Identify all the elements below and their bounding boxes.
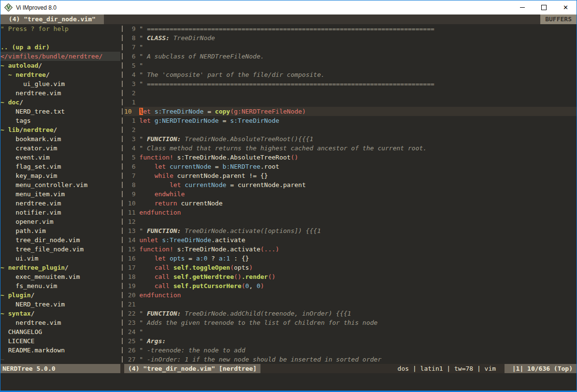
token: notifier.vim bbox=[0, 209, 61, 216]
nerdtree-line[interactable]: menu_controller.vim bbox=[0, 180, 120, 189]
nerdtree-line[interactable]: NERD_tree.vim bbox=[0, 300, 120, 309]
nerdtree-line[interactable]: LICENCE bbox=[0, 336, 120, 346]
editor-line[interactable]: 8 " CLASS: TreeDirNode bbox=[124, 33, 577, 43]
nerdtree-line[interactable]: ~ bbox=[0, 355, 120, 364]
token: / bbox=[31, 291, 35, 299]
editor-line[interactable]: 23 " Adds the given treenode to the list… bbox=[124, 318, 577, 327]
token: / bbox=[19, 99, 23, 106]
editor-line[interactable]: 2 bbox=[124, 88, 577, 98]
editor-line[interactable]: 13 " FUNCTION: TreeDirNode.activate([opt… bbox=[124, 226, 577, 235]
editor-line[interactable]: 12 bbox=[124, 217, 577, 226]
maximize-button[interactable] bbox=[533, 0, 555, 15]
editor-line[interactable]: 5 function! s:TreeDirNode.AbsoluteTreeRo… bbox=[124, 153, 577, 162]
token: FUNCTION: bbox=[147, 227, 181, 234]
nerdtree-line[interactable]: exec_menuitem.vim bbox=[0, 272, 120, 281]
nerdtree-line[interactable]: fs_menu.vim bbox=[0, 281, 120, 290]
nerdtree-line[interactable]: ~ nerdtree_plugin/ bbox=[0, 263, 120, 272]
statusline-separator bbox=[120, 364, 124, 373]
window-separator[interactable] bbox=[120, 24, 124, 364]
nerdtree-line[interactable] bbox=[0, 33, 120, 43]
editor-line[interactable]: 18 call self.getNerdtree().render() bbox=[124, 272, 577, 281]
token: ~ syntax bbox=[0, 310, 31, 317]
editor-line[interactable]: 4 " The 'composite' part of the file/dir… bbox=[124, 70, 577, 79]
nerdtree-line[interactable]: ~ plugin/ bbox=[0, 290, 120, 300]
close-button[interactable]: ✕ bbox=[555, 0, 577, 15]
nerdtree-line[interactable]: ~ lib/nerdtree/ bbox=[0, 125, 120, 134]
nerdtree-line[interactable]: bookmark.vim bbox=[0, 134, 120, 144]
editor-line[interactable]: 3 " ====================================… bbox=[124, 79, 577, 88]
nerdtree-line[interactable]: CHANGELOG bbox=[0, 327, 120, 336]
nerdtree-line[interactable]: path.vim bbox=[0, 226, 120, 235]
editor-line[interactable]: 7 " bbox=[124, 43, 577, 52]
nerdtree-line[interactable]: " Press ? for help bbox=[0, 24, 120, 33]
editor-line[interactable]: 22 " FUNCTION: TreeDirNode.addChild(tree… bbox=[124, 309, 577, 318]
nerdtree-line[interactable]: creator.vim bbox=[0, 144, 120, 153]
editor-line[interactable]: 25 " Args: bbox=[124, 336, 577, 346]
nerdtree-line[interactable]: notifier.vim bbox=[0, 208, 120, 217]
editor-line[interactable]: 9 " ====================================… bbox=[124, 24, 577, 33]
editor-line[interactable]: 14 unlet s:TreeDirNode.activate bbox=[124, 235, 577, 245]
token: " ======================================… bbox=[139, 80, 434, 87]
nerdtree-line[interactable]: tree_file_node.vim bbox=[0, 245, 120, 254]
token: = currentNode.parent bbox=[226, 181, 305, 189]
editor-line[interactable]: 1 bbox=[124, 98, 577, 107]
nerdtree-line[interactable]: ~ syntax/ bbox=[0, 309, 120, 318]
nerdtree-line[interactable]: flag_set.vim bbox=[0, 162, 120, 171]
editor-line[interactable]: 19 call self.putCursorHere(0, 0) bbox=[124, 281, 577, 290]
nerdtree-line[interactable]: menu_item.vim bbox=[0, 189, 120, 199]
nerdtree-line[interactable]: tree_dir_node.vim bbox=[0, 235, 120, 245]
editor-line[interactable]: 10 return currentNode bbox=[124, 199, 577, 208]
token: " bbox=[139, 310, 147, 317]
editor-line[interactable]: 21 bbox=[124, 300, 577, 309]
token: bookmark.vim bbox=[0, 135, 61, 143]
nerdtree-line[interactable]: </vimfiles/bundle/nerdtree/ bbox=[0, 52, 120, 61]
nerdtree-line[interactable]: nerdtree.vim bbox=[0, 88, 120, 98]
command-line[interactable] bbox=[0, 373, 577, 391]
nerdtree-line[interactable]: ~ doc/ bbox=[0, 98, 120, 107]
editor-line[interactable]: 26 " -treenode: the node to add bbox=[124, 346, 577, 355]
nerdtree-line[interactable]: tags bbox=[0, 116, 120, 125]
tab-tree-dir-node[interactable]: (4) "tree_dir_node.vim" bbox=[0, 15, 104, 24]
nerdtree-panel: " Press ? for help.. (up a dir)</vimfile… bbox=[0, 24, 120, 364]
editor-lines: 9 " ====================================… bbox=[124, 24, 577, 364]
editor-line[interactable]: 17 call self.toggleOpen(opts) bbox=[124, 263, 577, 272]
nerdtree-line[interactable]: nerdtree.vim bbox=[0, 199, 120, 208]
editor-line[interactable]: 8 let currentNode = currentNode.parent bbox=[124, 180, 577, 189]
editor-line[interactable]: 27 " -inOrder: 1 if the new node should … bbox=[124, 355, 577, 364]
nerdtree-line[interactable]: ~ autoload/ bbox=[0, 61, 120, 70]
token: / bbox=[46, 71, 50, 78]
editor-line[interactable]: 5 " bbox=[124, 61, 577, 70]
nerdtree-line[interactable]: nerdtree.vim bbox=[0, 318, 120, 327]
editor-line[interactable]: 24 " bbox=[124, 327, 577, 336]
editor-line[interactable]: 11 endfunction bbox=[124, 208, 577, 217]
buffers-label[interactable]: BUFFERS bbox=[540, 15, 577, 24]
token bbox=[139, 255, 154, 262]
editor-line[interactable]: 2 bbox=[124, 125, 577, 134]
editor-line[interactable]: 3 " FUNCTION: TreeDirNode.AbsoluteTreeRo… bbox=[124, 134, 577, 144]
nerdtree-line[interactable]: ui_glue.vim bbox=[0, 79, 120, 88]
minimize-button[interactable] bbox=[511, 0, 533, 15]
editor-line[interactable]: 16 let opts = a:0 ? a:1 : {} bbox=[124, 254, 577, 263]
nerdtree-line[interactable]: NERD_tree.txt bbox=[0, 107, 120, 116]
nerdtree-line[interactable]: opener.vim bbox=[0, 217, 120, 226]
editor-line[interactable]: 9 endwhile bbox=[124, 189, 577, 199]
nerdtree-line[interactable]: ui.vim bbox=[0, 254, 120, 263]
nerdtree-line[interactable]: key_map.vim bbox=[0, 171, 120, 180]
token bbox=[139, 200, 154, 207]
editor-line[interactable]: 6 let currentNode = b:NERDTree.root bbox=[124, 162, 577, 171]
editor-line[interactable]: 20 endfunction bbox=[124, 290, 577, 300]
line-number: 21 bbox=[124, 301, 139, 308]
token: flag_set.vim bbox=[0, 163, 61, 170]
editor-line[interactable]: 7 while currentNode.parent != {} bbox=[124, 171, 577, 180]
token: " ======================================… bbox=[139, 25, 434, 32]
editor-line[interactable]: 6 " A subclass of NERDTreeFileNode. bbox=[124, 52, 577, 61]
nerdtree-line[interactable]: ~ nerdtree/ bbox=[0, 70, 120, 79]
editor-line[interactable]: 1 let g:NERDTreeDirNode = s:TreeDirNode bbox=[124, 116, 577, 125]
nerdtree-line[interactable]: .. (up a dir) bbox=[0, 43, 120, 52]
line-number: 26 bbox=[124, 347, 139, 354]
editor-line[interactable]: 15 function! s:TreeDirNode.activate(...) bbox=[124, 245, 577, 254]
nerdtree-line[interactable]: README.markdown bbox=[0, 346, 120, 355]
editor-line[interactable]: 4 " Class method that returns the highes… bbox=[124, 144, 577, 153]
nerdtree-line[interactable]: event.vim bbox=[0, 153, 120, 162]
editor-line[interactable]: 10 let s:TreeDirNode = copy(g:NERDTreeFi… bbox=[124, 107, 577, 116]
